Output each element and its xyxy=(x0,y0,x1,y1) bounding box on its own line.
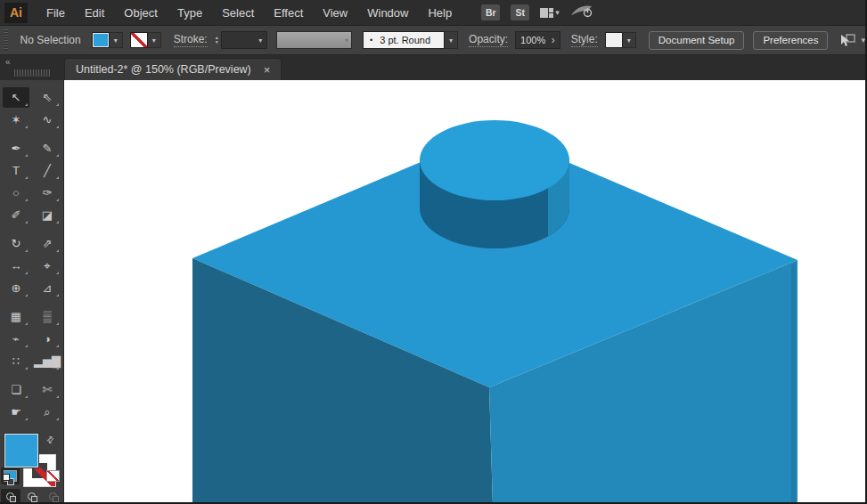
tool-symbol-sprayer[interactable]: ∷ xyxy=(3,351,29,371)
tool-column-graph[interactable]: ▂▅▇ xyxy=(34,351,61,371)
eyedropper-icon: ⌁ xyxy=(12,332,20,345)
tool-paintbrush[interactable]: ✑ xyxy=(34,183,61,203)
stud-top[interactable] xyxy=(420,120,569,200)
tab-strip: « Untitled-2* @ 150% (RGB/Preview) × xyxy=(0,55,865,80)
bridge-icon[interactable]: Br xyxy=(481,4,500,20)
select-similar-combo[interactable]: ▾ xyxy=(838,34,865,47)
tool-row: ✐◪ xyxy=(3,205,61,225)
none-slash-icon xyxy=(131,33,147,47)
toolbar-header: « xyxy=(0,55,64,80)
tool-row: ↔⌖ xyxy=(3,256,61,276)
stroke-weight-select[interactable]: ▾ xyxy=(221,31,268,49)
document-setup-button[interactable]: Document Setup xyxy=(649,31,745,50)
opacity-input[interactable]: 100% › xyxy=(515,31,560,49)
swap-fill-stroke-icon[interactable]: ⇄ xyxy=(44,434,56,446)
fill-swatch[interactable] xyxy=(92,32,110,48)
tool-eraser[interactable]: ◪ xyxy=(34,205,61,225)
style-combo[interactable]: ▾ xyxy=(605,32,636,48)
tool-zoom[interactable]: ⌕ xyxy=(34,402,61,422)
menu-file[interactable]: File xyxy=(37,2,75,24)
preferences-button[interactable]: Preferences xyxy=(753,31,828,50)
tool-shaper[interactable]: ✐ xyxy=(3,205,29,225)
style-chevron-icon[interactable]: ▾ xyxy=(623,32,636,48)
curvature-icon: ✎ xyxy=(43,142,53,155)
tool-eyedropper[interactable]: ⌁ xyxy=(3,329,29,349)
stroke-chevron-icon[interactable]: ▾ xyxy=(148,32,161,48)
menu-window[interactable]: Window xyxy=(357,2,418,24)
tool-ellipse[interactable]: ○ xyxy=(3,183,29,203)
chevron-down-icon: ▾ xyxy=(861,36,865,45)
stock-icon[interactable]: St xyxy=(511,4,529,20)
brick-right-edge[interactable] xyxy=(791,262,796,504)
draw-normal-icon xyxy=(6,492,14,500)
menu-object[interactable]: Object xyxy=(114,2,168,24)
stroke-weight-stepper[interactable]: ▲ ▼ xyxy=(215,36,219,45)
menu-help[interactable]: Help xyxy=(418,2,462,24)
lego-brick-artwork xyxy=(64,80,865,504)
brush-chevron-icon[interactable]: ▾ xyxy=(445,31,458,49)
brush-definition-combo[interactable]: • 3 pt. Round ▾ xyxy=(363,31,458,49)
tool-artboard[interactable]: ❏ xyxy=(3,379,29,400)
tool-perspective-grid[interactable]: ⊿ xyxy=(34,278,61,298)
tool-magic-wand[interactable]: ✶ xyxy=(3,110,29,130)
menu-view[interactable]: View xyxy=(313,2,357,24)
width-profile-select: ▾ xyxy=(276,31,352,49)
opacity-label[interactable]: Opacity: xyxy=(469,33,508,47)
width-icon: ↔ xyxy=(11,259,22,272)
toolbar-grip[interactable] xyxy=(14,69,50,77)
tool-width[interactable]: ↔ xyxy=(3,256,29,276)
style-swatch[interactable] xyxy=(605,32,623,48)
tool-line-segment[interactable]: ╱ xyxy=(34,160,61,181)
selection-status: No Selection xyxy=(20,34,81,46)
opacity-chevron-icon[interactable]: › xyxy=(552,34,555,46)
document-tab[interactable]: Untitled-2* @ 150% (RGB/Preview) × xyxy=(64,58,282,80)
tool-row: T╱ xyxy=(3,160,61,181)
default-fill-stroke-icon[interactable] xyxy=(3,474,14,485)
arrange-documents-button[interactable]: ▾ xyxy=(540,8,560,18)
close-tab-icon[interactable]: × xyxy=(264,64,271,76)
tool-lasso[interactable]: ∿ xyxy=(34,110,61,130)
menu-right-icons: Br St ▾ xyxy=(481,4,593,22)
tool-row: ↖⇖ xyxy=(3,87,61,108)
fill-color-combo[interactable]: ▾ xyxy=(92,32,123,48)
tool-blend[interactable]: ◑ xyxy=(34,329,61,349)
illustrator-window: Ai File Edit Object Type Select Effect V… xyxy=(0,0,867,504)
stroke-none-swatch[interactable] xyxy=(130,32,148,48)
paintbrush-icon: ✑ xyxy=(43,186,53,199)
perspective-grid-icon: ⊿ xyxy=(43,281,53,295)
stroke-label[interactable]: Stroke: xyxy=(174,33,208,47)
control-bar-grip[interactable] xyxy=(4,29,8,51)
tool-shape-builder[interactable]: ⊕ xyxy=(3,278,29,298)
eraser-icon: ◪ xyxy=(42,208,53,222)
tool-type[interactable]: T xyxy=(3,160,29,181)
menu-effect[interactable]: Effect xyxy=(264,2,313,24)
artboard-canvas[interactable] xyxy=(64,80,865,504)
draw-inside-button[interactable] xyxy=(44,489,63,504)
style-label[interactable]: Style: xyxy=(571,33,598,47)
tool-direct-selection[interactable]: ⇖ xyxy=(34,87,61,108)
draw-behind-button[interactable] xyxy=(22,489,42,504)
tool-mesh[interactable]: ▦ xyxy=(3,306,29,327)
arrange-documents-icon xyxy=(540,8,553,18)
tool-rotate[interactable]: ↻ xyxy=(3,233,29,254)
fill-indicator[interactable] xyxy=(4,434,38,467)
tool-puppet-warp[interactable]: ⌖ xyxy=(34,256,61,276)
tool-curvature[interactable]: ✎ xyxy=(34,138,61,159)
brush-field[interactable]: • 3 pt. Round xyxy=(363,31,445,49)
scale-icon: ⇗ xyxy=(43,237,53,250)
tool-pen[interactable]: ✒ xyxy=(3,138,29,159)
spinner-down-icon[interactable]: ▼ xyxy=(215,40,219,45)
tool-scale[interactable]: ⇗ xyxy=(34,233,61,254)
fill-chevron-icon[interactable]: ▾ xyxy=(110,32,123,48)
stroke-color-combo[interactable]: ▾ xyxy=(130,32,161,48)
blend-icon: ◑ xyxy=(44,332,51,345)
tool-slice[interactable]: ✄ xyxy=(34,379,61,400)
tool-gradient[interactable]: ▒ xyxy=(34,306,61,327)
draw-normal-button[interactable] xyxy=(1,489,20,504)
tool-selection[interactable]: ↖ xyxy=(3,87,29,108)
menu-type[interactable]: Type xyxy=(168,2,212,24)
menu-edit[interactable]: Edit xyxy=(75,2,114,24)
menu-select[interactable]: Select xyxy=(212,2,264,24)
collapse-panel-icon[interactable]: « xyxy=(5,57,10,67)
tool-hand[interactable]: ☛ xyxy=(3,402,29,422)
